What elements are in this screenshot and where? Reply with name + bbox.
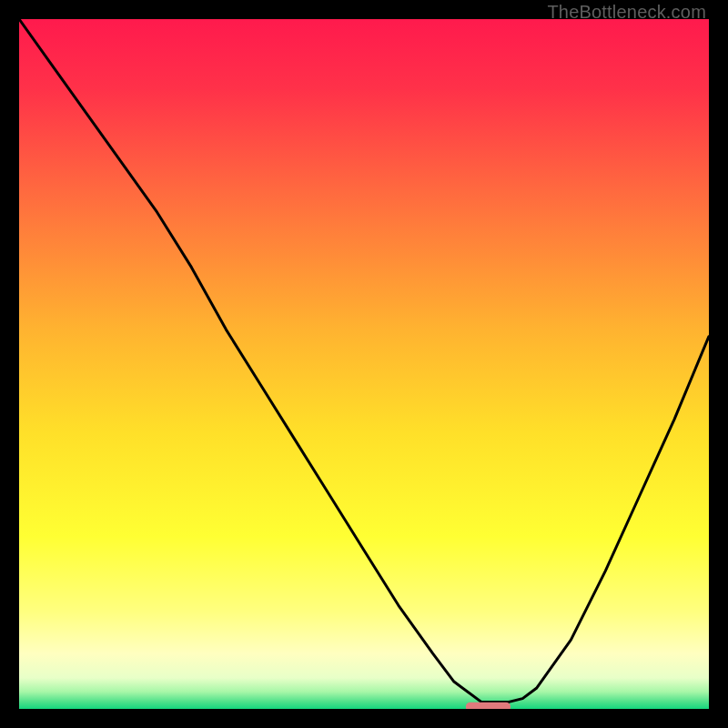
- bottleneck-chart: [19, 19, 709, 709]
- watermark-text: TheBottleneck.com: [547, 2, 706, 23]
- optimal-marker: [466, 703, 511, 709]
- chart-frame: [19, 19, 709, 709]
- gradient-background: [19, 19, 709, 709]
